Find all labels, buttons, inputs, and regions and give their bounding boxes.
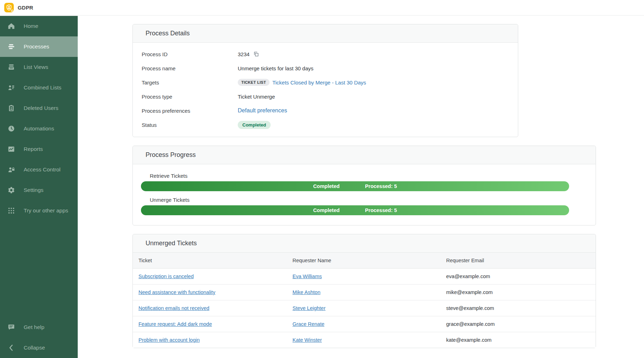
process-type-label: Process type: [142, 94, 238, 100]
process-progress-title: Process Progress: [133, 146, 596, 164]
progress-bar-retrieve-tickets: Completed Processed: 5: [141, 181, 569, 191]
process-id-row: Process ID 3234: [133, 47, 518, 61]
process-type-row: Process type Ticket Unmerge: [133, 89, 518, 104]
ticket-link[interactable]: Problem with account login: [138, 337, 200, 343]
progress-status-text: Completed: [313, 207, 339, 213]
requester-email: grace@example.com: [446, 321, 495, 327]
sidebar-item-label: Processes: [24, 43, 49, 50]
sidebar-item-collapse[interactable]: Collapse: [0, 338, 78, 358]
table-row: Notification emails not received Steve L…: [133, 300, 596, 316]
sidebar-item-label: Settings: [24, 187, 43, 193]
chat-icon: [7, 323, 16, 331]
sidebar-item-label: Deleted Users: [24, 105, 58, 111]
table-row: Subscription is canceled Eva Williams ev…: [133, 269, 596, 284]
process-details-body: Process ID 3234 Process name Unmerge tic…: [133, 43, 518, 137]
process-preferences-link[interactable]: Default preferences: [238, 107, 287, 114]
ticket-link[interactable]: Subscription is canceled: [138, 274, 194, 279]
processes-icon: [7, 42, 16, 51]
process-details-title: Process Details: [133, 24, 518, 43]
sidebar-item-settings[interactable]: Settings: [0, 180, 78, 200]
progress-bar-unmerge-tickets: Completed Processed: 5: [141, 205, 569, 215]
requester-name-link[interactable]: Grace Renate: [293, 321, 324, 327]
gdpr-logo-icon: [4, 3, 14, 12]
table-row: Problem with account login Kate Winster …: [133, 332, 596, 348]
process-details-card: Process Details Process ID 3234 Process …: [132, 24, 518, 137]
progress-bar-label: Unmerge Tickets: [150, 197, 569, 203]
status-badge: Completed: [238, 121, 271, 129]
progress-processed-text: Processed: 5: [365, 207, 397, 213]
sidebar-item-reports[interactable]: Reports: [0, 139, 78, 159]
column-header-ticket: Ticket: [133, 253, 287, 269]
sidebar-item-label: Collapse: [24, 345, 45, 351]
sidebar-item-get-help[interactable]: Get help: [0, 317, 78, 338]
table-row: Feature request: Add dark mode Grace Ren…: [133, 316, 596, 332]
sidebar-item-label: Home: [24, 23, 38, 29]
chart-image-icon: [7, 145, 16, 153]
clock-icon: [7, 124, 16, 133]
combined-lists-icon: [7, 83, 16, 92]
progress-bar-label: Retrieve Tickets: [150, 173, 569, 179]
sidebar-item-processes[interactable]: Processes: [0, 36, 78, 57]
progress-status-text: Completed: [313, 183, 339, 189]
ticket-link[interactable]: Feature request: Add dark mode: [138, 321, 212, 327]
topbar: GDPR: [0, 0, 644, 16]
target-list-link[interactable]: Tickets Closed by Merge - Last 30 Days: [272, 80, 366, 86]
sidebar-item-label: Automations: [24, 125, 54, 132]
sidebar-item-deleted-users[interactable]: Deleted Users: [0, 98, 78, 118]
process-progress-body: Retrieve Tickets Completed Processed: 5 …: [133, 164, 596, 225]
process-preferences-row: Process preferences Default preferences: [133, 104, 518, 118]
requester-email: steve@example.com: [446, 305, 494, 311]
process-name-label: Process name: [142, 65, 238, 71]
sidebar-item-list-views[interactable]: List Views: [0, 57, 78, 77]
unmerged-tickets-card: Unmerged Tickets Ticket Requester Name R…: [132, 234, 596, 348]
process-id-value: 3234: [238, 51, 249, 57]
process-name-row: Process name Unmerge tickets for last 30…: [133, 61, 518, 75]
sidebar-item-label: List Views: [24, 64, 48, 70]
process-progress-card: Process Progress Retrieve Tickets Comple…: [132, 146, 596, 225]
sidebar-item-label: Try our other apps: [24, 207, 68, 214]
column-header-requester-name: Requester Name: [287, 253, 441, 269]
requester-name-link[interactable]: Eva Williams: [293, 274, 322, 279]
table-row: Need assistance with functionality Mike …: [133, 284, 596, 300]
main-content: Process Details Process ID 3234 Process …: [78, 16, 644, 358]
app-title: GDPR: [18, 5, 33, 11]
apps-grid-icon: [7, 206, 16, 215]
sidebar-spacer: [0, 221, 78, 317]
sidebar-item-automations[interactable]: Automations: [0, 118, 78, 139]
progress-processed-text: Processed: 5: [365, 183, 397, 189]
process-name-value: Unmerge tickets for last 30 days: [238, 65, 313, 71]
process-type-value: Ticket Unmerge: [238, 94, 275, 100]
ticket-link[interactable]: Notification emails not received: [138, 305, 209, 311]
status-row: Status Completed: [133, 118, 518, 132]
list-views-icon: [7, 63, 16, 71]
column-header-requester-email: Requester Email: [441, 253, 596, 269]
requester-name-link[interactable]: Kate Winster: [293, 337, 322, 343]
deleted-users-icon: [7, 104, 16, 112]
sidebar: Home Processes List Views Combined Lists…: [0, 16, 78, 358]
chevron-left-icon: [7, 344, 16, 352]
home-icon: [7, 22, 16, 30]
sidebar-item-label: Access Control: [24, 166, 60, 173]
target-type-badge: TICKET LIST: [238, 79, 270, 86]
sidebar-item-label: Get help: [24, 324, 45, 330]
targets-row: Targets TICKET LIST Tickets Closed by Me…: [133, 75, 518, 89]
sidebar-item-access-control[interactable]: Access Control: [0, 159, 78, 180]
unmerged-tickets-table: Ticket Requester Name Requester Email Su…: [133, 253, 596, 348]
sidebar-item-try-other-apps[interactable]: Try our other apps: [0, 200, 78, 221]
ticket-link[interactable]: Need assistance with functionality: [138, 289, 215, 295]
gear-icon: [7, 186, 16, 194]
requester-email: mike@example.com: [446, 289, 493, 295]
process-preferences-label: Process preferences: [142, 108, 238, 114]
status-label: Status: [142, 122, 238, 128]
requester-name-link[interactable]: Steve Leighter: [293, 305, 326, 311]
requester-name-link[interactable]: Mike Ashton: [293, 289, 320, 295]
sidebar-item-home[interactable]: Home: [0, 16, 78, 36]
user-lock-icon: [7, 165, 16, 174]
unmerged-tickets-title: Unmerged Tickets: [133, 234, 596, 253]
copy-icon[interactable]: [253, 51, 259, 57]
sidebar-item-label: Reports: [24, 146, 43, 152]
targets-label: Targets: [142, 80, 238, 86]
table-header-row: Ticket Requester Name Requester Email: [133, 253, 596, 269]
sidebar-item-combined-lists[interactable]: Combined Lists: [0, 77, 78, 98]
process-id-label: Process ID: [142, 51, 238, 57]
